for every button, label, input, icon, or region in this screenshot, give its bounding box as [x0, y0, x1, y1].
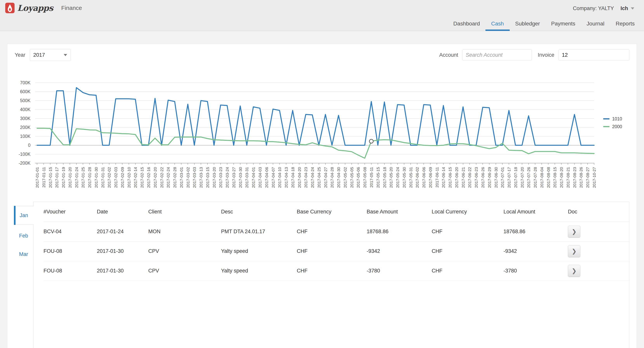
table-row[interactable]: BCV-04 2017-01-24 MON PMT DTA 24.01.17 C…	[44, 222, 629, 241]
svg-text:2017-02-24: 2017-02-24	[166, 167, 170, 188]
svg-text:2017-05-31: 2017-05-31	[408, 167, 413, 188]
cell-date: 2017-01-24	[97, 222, 148, 241]
svg-text:2017-01-30: 2017-01-30	[94, 167, 98, 188]
svg-text:300K: 300K	[20, 116, 30, 121]
svg-text:2017-04-25: 2017-04-25	[317, 167, 321, 188]
svg-text:2017-02-09: 2017-02-09	[120, 167, 124, 188]
cell-date: 2017-01-30	[97, 261, 148, 281]
svg-text:2017-03-23: 2017-03-23	[218, 167, 223, 188]
svg-text:2017-01-15: 2017-01-15	[48, 167, 52, 188]
svg-text:2017-05-11: 2017-05-11	[369, 167, 374, 188]
nav-tab-payments[interactable]: Payments	[551, 17, 576, 31]
account-input[interactable]	[462, 49, 532, 61]
svg-text:2017-02-14: 2017-02-14	[133, 167, 138, 188]
svg-text:2017-06-11: 2017-06-11	[435, 167, 439, 188]
svg-text:500K: 500K	[20, 98, 30, 103]
cell-local-amount: -9342	[504, 241, 568, 261]
svg-text:2017-07-18: 2017-07-18	[514, 167, 518, 188]
header-row: Loyapps Finance Company: YALTY Ich	[0, 0, 644, 17]
svg-text:2017-07-01: 2017-07-01	[500, 167, 505, 188]
nav-tab-dashboard[interactable]: Dashboard	[454, 17, 480, 31]
svg-text:2017-03-31: 2017-03-31	[244, 167, 249, 188]
cell-base-amount: -3780	[367, 261, 432, 281]
cell-client: CPV	[148, 241, 221, 261]
svg-text:2017-08-27: 2017-08-27	[586, 167, 590, 188]
svg-text:2017-06-02: 2017-06-02	[415, 167, 420, 188]
svg-text:2017-05-08: 2017-05-08	[362, 167, 367, 188]
legend-swatch-1010	[603, 118, 610, 119]
svg-text:2017-06-23: 2017-06-23	[474, 167, 478, 188]
svg-text:2017-03-20: 2017-03-20	[212, 167, 216, 188]
chevron-right-icon: ❯	[572, 267, 576, 274]
active-tab-indicator	[14, 206, 16, 225]
svg-text:2017-03-30: 2017-03-30	[238, 167, 242, 188]
svg-text:2017-03-01: 2017-03-01	[179, 167, 184, 188]
svg-text:200K: 200K	[20, 125, 30, 130]
nav-tab-journal[interactable]: Journal	[586, 17, 604, 31]
month-tab-label: Jan	[20, 212, 28, 218]
svg-text:400K: 400K	[20, 107, 30, 112]
cell-local-amount: -3780	[504, 261, 568, 281]
col-desc: Desc	[221, 202, 297, 222]
invoice-input[interactable]	[558, 49, 629, 61]
cell-client: MON	[148, 222, 221, 241]
content-card: Year 2017 Account Invoice 700K600K500K40…	[7, 44, 637, 348]
svg-text:2017-08-20: 2017-08-20	[559, 167, 564, 188]
nav-tab-cash[interactable]: Cash	[491, 17, 504, 31]
main-nav: Dashboard Cash Subledger Payments Journa…	[454, 17, 635, 31]
doc-open-button[interactable]: ❯	[568, 265, 580, 277]
svg-text:2017-05-20: 2017-05-20	[389, 167, 393, 188]
invoice-label: Invoice	[538, 52, 554, 58]
doc-open-button[interactable]: ❯	[568, 226, 580, 238]
cell-base-currency: CHF	[297, 241, 367, 261]
cash-chart: 700K600K500K400K300K200K100K0-100K-200K2…	[15, 77, 630, 198]
account-label: Account	[439, 52, 458, 58]
svg-text:2017-02-22: 2017-02-22	[160, 167, 164, 188]
nav-tab-reports[interactable]: Reports	[616, 17, 635, 31]
month-tab-jan[interactable]: Jan	[14, 206, 34, 225]
cell-base-currency: CHF	[297, 222, 367, 241]
brand: Loyapps Finance	[5, 3, 82, 13]
legend-item-1010: 1010	[603, 115, 622, 123]
svg-text:2017-04-30: 2017-04-30	[336, 167, 341, 188]
svg-text:2017-01-25: 2017-01-25	[81, 167, 85, 188]
table-row[interactable]: FOU-08 2017-01-30 CPV Yalty speed CHF -9…	[44, 241, 629, 261]
month-tab-feb[interactable]: Feb	[14, 231, 34, 241]
svg-text:2017-10-27: 2017-10-27	[592, 167, 596, 188]
svg-text:2017-01-31: 2017-01-31	[100, 167, 105, 188]
svg-text:2017-04-18: 2017-04-18	[290, 167, 295, 188]
svg-text:2017-01-24: 2017-01-24	[74, 167, 79, 188]
svg-text:2017-02-10: 2017-02-10	[127, 167, 131, 188]
svg-text:2017-01-01: 2017-01-01	[35, 167, 40, 188]
year-select[interactable]: 2017	[30, 49, 71, 61]
nav-tab-subledger[interactable]: Subledger	[515, 17, 540, 31]
product-name: Finance	[61, 5, 82, 11]
account-area: Company: YALTY Ich	[573, 0, 634, 17]
svg-text:2017-04-03: 2017-04-03	[258, 167, 262, 188]
legend-item-2000: 2000	[603, 123, 622, 131]
col-base-currency: Base Currency	[297, 202, 367, 222]
svg-text:2017-05-02: 2017-05-02	[343, 167, 348, 188]
svg-text:2017-07-20: 2017-07-20	[520, 167, 524, 188]
year-filter: Year 2017	[15, 49, 71, 61]
month-tab-mar[interactable]: Mar	[14, 249, 34, 259]
svg-text:2017-03-02: 2017-03-02	[186, 167, 190, 188]
svg-text:2017-06-22: 2017-06-22	[468, 167, 472, 188]
user-menu[interactable]: Ich	[620, 6, 634, 12]
svg-text:2017-04-24: 2017-04-24	[310, 167, 314, 188]
vouchers-section: Jan Feb Mar #Voucher Date	[14, 202, 629, 348]
table-row[interactable]: FOU-08 2017-01-30 CPV Yalty speed CHF -3…	[44, 261, 629, 281]
svg-text:2017-01-19: 2017-01-19	[61, 167, 66, 188]
svg-text:2017-06-21: 2017-06-21	[461, 167, 466, 188]
svg-text:2017-02-02: 2017-02-02	[107, 167, 112, 188]
chevron-down-icon	[64, 54, 67, 56]
cell-local-amount: 18768.86	[504, 222, 568, 241]
svg-text:2017-04-07: 2017-04-07	[271, 167, 276, 188]
svg-text:600K: 600K	[20, 89, 30, 94]
doc-open-button[interactable]: ❯	[568, 245, 580, 257]
cell-voucher: BCV-04	[44, 222, 97, 241]
svg-text:2017-02-28: 2017-02-28	[172, 167, 177, 188]
brand-name: Loyapps	[17, 3, 53, 13]
user-name: Ich	[620, 6, 628, 12]
year-select-value: 2017	[34, 52, 45, 58]
